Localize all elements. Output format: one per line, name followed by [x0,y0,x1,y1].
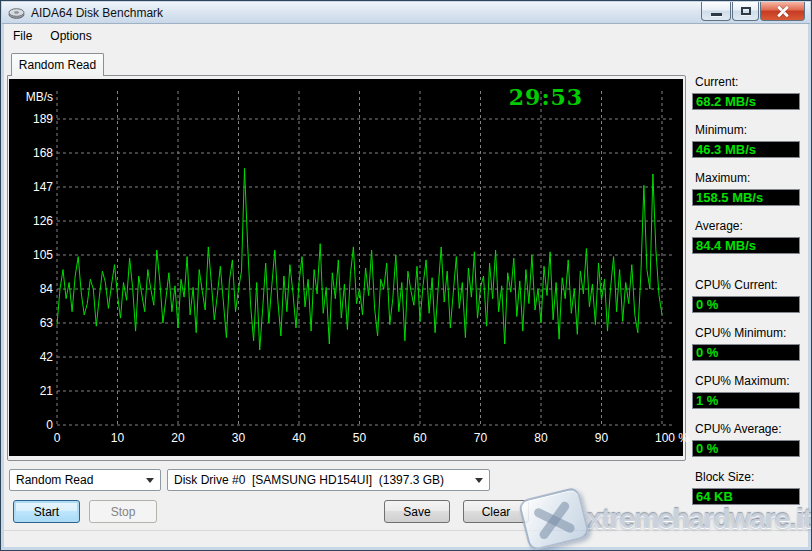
x-tick-label: 20 [148,431,208,445]
y-tick-label: 0 [9,418,53,432]
disk-drive-value: Disk Drive #0 [SAMSUNG HD154UI] (1397.3 … [174,473,444,487]
benchmark-type-value: Random Read [16,473,93,487]
stat-value-cpu-current: 0 % [692,296,800,313]
y-tick-label: 21 [9,384,53,398]
x-tick-label: 40 [269,431,329,445]
x-tick-label: 50 [330,431,390,445]
stat-value-cpu-average: 0 % [692,440,800,457]
y-tick-label: 126 [9,214,53,228]
y-tick-label: 189 [9,112,53,126]
stat-label-average: Average: [695,219,743,233]
x-tick-label: 90 [572,431,632,445]
chevron-down-icon [475,478,483,483]
x-tick-label: 70 [451,431,511,445]
stat-value-average: 84.4 MB/s [692,237,800,254]
y-tick-label: 63 [9,316,53,330]
stat-label-cpu-minimum: CPU% Minimum: [695,326,786,340]
x-tick-label: 0 [27,431,87,445]
stat-value-block-size: 64 KB [692,488,800,505]
menu-options[interactable]: Options [41,26,100,46]
tab-label: Random Read [19,58,96,72]
stat-value-minimum: 46.3 MB/s [692,141,800,158]
x-tick-label: 60 [390,431,450,445]
stat-label-cpu-maximum: CPU% Maximum: [695,374,790,388]
stop-button[interactable]: Stop [89,500,157,523]
save-button[interactable]: Save [384,500,450,523]
clear-button[interactable]: Clear [463,500,529,523]
disk-drive-icon [8,6,25,19]
stat-value-maximum: 158.5 MB/s [692,189,800,206]
start-button[interactable]: Start [13,500,80,523]
aida64-disk-benchmark-window: AIDA64 Disk Benchmark File Options Rando… [0,0,812,551]
tab-random-read[interactable]: Random Read [11,53,104,76]
stats-panel: Current: 68.2 MB/s Minimum: 46.3 MB/s Ma… [692,1,802,501]
stat-label-block-size: Block Size: [695,470,754,484]
y-axis-unit-label: MB/s [9,90,53,104]
stat-value-cpu-maximum: 1 % [692,392,800,409]
disk-drive-select[interactable]: Disk Drive #0 [SAMSUNG HD154UI] (1397.3 … [167,469,490,491]
chart-canvas: 29:53 MB/s189168147126105846342210010203… [9,79,683,456]
y-tick-label: 147 [9,180,53,194]
x-tick-label: 30 [209,431,269,445]
titlebar[interactable]: AIDA64 Disk Benchmark [2,2,810,24]
benchmark-type-select[interactable]: Random Read [9,469,161,491]
chart-svg [9,79,683,456]
chevron-down-icon [146,478,154,483]
stat-label-cpu-average: CPU% Average: [695,422,782,436]
menu-file[interactable]: File [4,26,41,46]
x-tick-label: 10 [88,431,148,445]
stat-label-minimum: Minimum: [695,123,747,137]
stat-label-cpu-current: CPU% Current: [695,278,778,292]
stat-label-maximum: Maximum: [695,171,750,185]
stat-value-current: 68.2 MB/s [692,93,800,110]
y-tick-label: 42 [9,350,53,364]
window-title: AIDA64 Disk Benchmark [31,6,163,20]
stat-value-cpu-minimum: 0 % [692,344,800,361]
y-tick-label: 84 [9,282,53,296]
y-tick-label: 105 [9,248,53,262]
stat-label-current: Current: [695,75,738,89]
elapsed-time: 29:53 [501,84,591,110]
y-tick-label: 168 [9,146,53,160]
bottom-separator [4,530,808,531]
x-tick-label: 80 [511,431,571,445]
menubar: File Options [4,25,808,47]
